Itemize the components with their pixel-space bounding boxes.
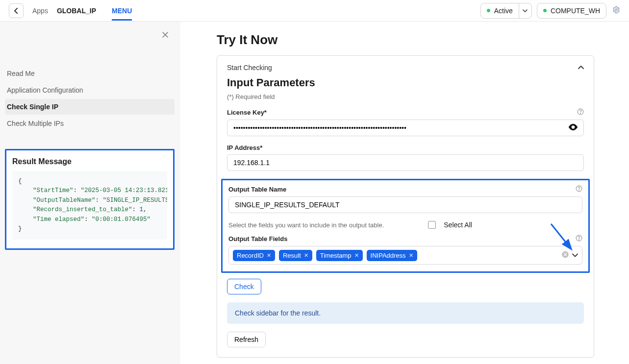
output-config-highlight: Output Table Name Select the fields you … [221,179,590,273]
result-alert: Check sidebar for the result. [227,302,584,324]
gear-icon [612,6,620,14]
result-message-panel: Result Message { "StartTime": "2025-03-0… [5,149,175,250]
tag-label: RecordID [237,252,264,259]
settings-button[interactable] [612,6,620,15]
check-card: Start Checking Input Parameters (*) Requ… [217,55,594,358]
sidebar-item-app-config[interactable]: Application Configuration [5,82,175,98]
tags-dropdown-button[interactable] [572,251,578,259]
svg-point-0 [615,9,617,11]
output-table-fields-label: Output Table Fields [228,235,287,243]
status-dot-icon [487,9,490,12]
output-table-name-input[interactable] [228,196,582,213]
status-caret[interactable] [519,3,531,18]
help-icon[interactable] [576,235,582,243]
status-dot-icon [543,9,547,12]
refresh-button[interactable]: Refresh [227,332,266,347]
ip-address-label: IP Address* [227,144,262,151]
back-button[interactable] [9,3,24,18]
input-parameters-heading: Input Parameters [227,76,584,89]
warehouse-label: COMPUTE_WH [551,7,600,15]
svg-point-6 [579,240,579,240]
select-all-checkbox[interactable] [428,221,436,229]
fields-hint: Select the fields you want to include in… [228,221,384,229]
license-key-input[interactable] [227,120,584,136]
top-header: Apps GLOBAL_IP MENU Active COMPUTE_WH [0,0,629,22]
tag: INIPAddress✕ [367,250,417,261]
close-sidebar-button[interactable] [162,31,169,40]
svg-point-4 [579,190,579,191]
output-table-name-field: Output Table Name [228,185,582,213]
close-icon [162,31,169,38]
status-button[interactable]: Active [481,7,519,15]
tag-remove-button[interactable]: ✕ [267,252,271,259]
clear-icon [561,251,569,259]
tag-remove-button[interactable]: ✕ [304,252,308,259]
tag-label: Result [283,252,301,259]
tag-remove-button[interactable]: ✕ [409,252,413,259]
license-key-label: License Key* [227,109,267,116]
main-content: Try It Now Start Checking Input Paramete… [180,22,629,364]
help-icon[interactable] [577,108,584,117]
ip-address-input[interactable] [227,154,584,171]
chevron-down-icon [523,9,528,13]
ip-address-field: IP Address* [227,144,584,171]
tag-label: Timestamp [320,252,352,259]
check-button[interactable]: Check [227,279,261,294]
clear-tags-button[interactable] [561,251,569,260]
svg-point-2 [580,113,581,114]
select-all-label: Select All [444,221,472,229]
required-hint: (*) Required field [227,93,584,100]
card-header-label: Start Checking [227,64,272,72]
tag-label: INIPAddress [371,252,406,259]
sidebar-item-readme[interactable]: Read Me [5,66,175,81]
tag-remove-button[interactable]: ✕ [354,252,359,259]
status-label: Active [494,7,513,15]
tab-menu[interactable]: MENU [112,7,132,21]
breadcrumb-app-name[interactable]: GLOBAL_IP [57,7,96,15]
chevron-down-icon [572,253,578,258]
chevron-up-icon [578,65,584,70]
tag: Timestamp✕ [316,250,363,261]
card-header-toggle[interactable]: Start Checking [227,64,584,72]
warehouse-selector[interactable]: COMPUTE_WH [537,3,606,19]
sidebar: Read Me Application Configuration Check … [0,22,180,364]
tag: Result✕ [279,250,312,261]
result-json: { "StartTime": "2025-03-05 14:23:13.8215… [12,171,167,240]
sidebar-item-check-single[interactable]: Check Single IP [5,99,175,115]
tag: RecordID✕ [233,250,275,261]
reveal-password-button[interactable] [568,124,578,132]
breadcrumb-apps[interactable]: Apps [32,7,48,15]
license-key-field: License Key* [227,108,584,136]
output-table-fields-input[interactable]: RecordID✕Result✕Timestamp✕INIPAddress✕ [228,246,582,265]
output-table-name-label: Output Table Name [228,186,286,193]
sidebar-item-check-multiple[interactable]: Check Multiple IPs [5,116,175,131]
chevron-left-icon [14,8,19,14]
page-title: Try It Now [217,32,604,48]
help-icon[interactable] [576,185,582,194]
status-selector: Active [480,3,532,19]
result-title: Result Message [12,157,167,166]
sidebar-nav: Read Me Application Configuration Check … [5,66,175,131]
eye-icon [568,124,578,131]
